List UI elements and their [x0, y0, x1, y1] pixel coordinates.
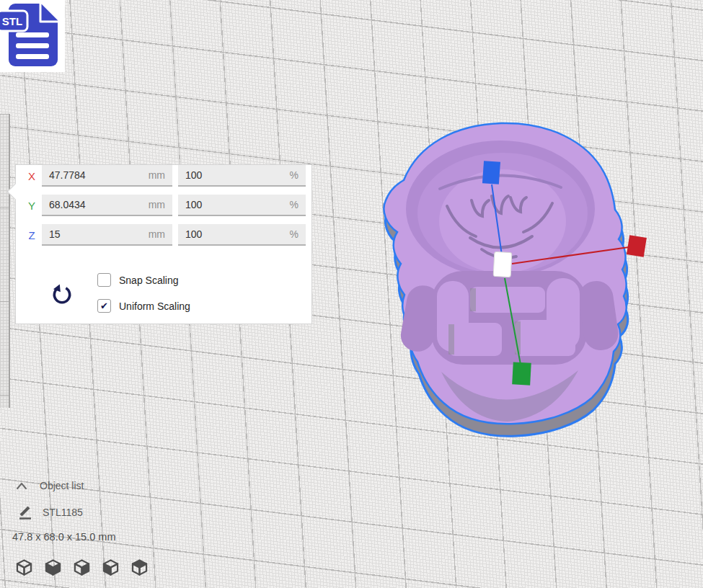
pencil-icon — [17, 504, 33, 520]
stl-badge-text: STL — [2, 15, 22, 27]
object-list-item[interactable]: STL1185 — [17, 504, 83, 520]
camera-view-toolbar — [14, 558, 159, 577]
x-mm-unit: mm — [149, 169, 172, 181]
view-right-button[interactable] — [130, 558, 149, 577]
object-list-header: Object list — [40, 480, 84, 491]
scaling-options: Snap Scaling ✔ Uniform Scaling — [97, 273, 190, 325]
snap-scaling-checkbox[interactable] — [97, 273, 111, 287]
z-scale-handle[interactable] — [482, 161, 500, 184]
uniform-scaling-option[interactable]: ✔ Uniform Scaling — [97, 299, 190, 313]
view-left-button[interactable] — [101, 558, 120, 577]
view-top-icon — [72, 558, 92, 577]
scale-row-z: Z mm % — [26, 224, 303, 246]
y-mm-unit: mm — [149, 199, 172, 210]
z-mm-input[interactable] — [42, 228, 149, 240]
x-percent-unit: % — [290, 169, 306, 181]
chevron-up-icon — [14, 480, 29, 491]
y-mm-input[interactable] — [42, 199, 149, 210]
y-percent-input[interactable] — [178, 199, 290, 210]
scale-row-y: Y mm % — [26, 195, 303, 216]
view-3d-button[interactable] — [14, 558, 34, 577]
z-percent-unit: % — [290, 228, 306, 240]
y-mm-field: mm — [42, 195, 172, 216]
z-percent-field: % — [178, 224, 306, 246]
view-top-button[interactable] — [72, 558, 92, 577]
y-percent-unit: % — [290, 199, 306, 210]
view-front-icon — [43, 558, 63, 577]
z-percent-input[interactable] — [178, 228, 290, 240]
reset-arrow-icon — [50, 283, 74, 306]
model-dimensions-readout: 47.8 x 68.0 x 15.0 mm — [12, 531, 115, 543]
snap-scaling-label: Snap Scaling — [119, 275, 179, 286]
x-mm-field: mm — [42, 165, 172, 187]
view-left-icon — [101, 558, 120, 577]
buildplate-edge — [0, 114, 10, 408]
y-scale-handle[interactable] — [512, 362, 531, 385]
uniform-scaling-label: Uniform Scaling — [119, 300, 190, 312]
z-mm-field: mm — [42, 224, 172, 246]
y-axis-label: Y — [26, 200, 37, 212]
uniform-scaling-checkbox[interactable]: ✔ — [97, 299, 111, 313]
view-front-button[interactable] — [43, 558, 63, 577]
view-3d-icon — [14, 558, 34, 577]
uniform-scale-handle[interactable] — [493, 251, 512, 277]
x-percent-field: % — [178, 165, 306, 187]
x-mm-input[interactable] — [42, 169, 149, 181]
object-name: STL1185 — [43, 507, 83, 518]
stl-file-thumbnail: STL — [0, 0, 65, 72]
x-percent-input[interactable] — [178, 169, 290, 181]
x-scale-handle[interactable] — [627, 235, 647, 257]
model-viewport[interactable] — [364, 112, 660, 443]
z-axis-label: Z — [26, 229, 37, 241]
object-list-toggle[interactable]: Object list — [14, 480, 84, 491]
scale-row-x: X mm % — [26, 165, 303, 187]
scale-tool-panel: X mm % Y mm % Z mm % — [15, 164, 312, 324]
y-percent-field: % — [178, 195, 306, 216]
z-mm-unit: mm — [149, 228, 172, 240]
reset-scale-button[interactable] — [50, 283, 74, 306]
x-axis-label: X — [26, 170, 37, 182]
stl-file-icon: STL — [0, 0, 65, 72]
snap-scaling-option[interactable]: Snap Scaling — [97, 273, 190, 287]
view-right-icon — [130, 558, 149, 577]
